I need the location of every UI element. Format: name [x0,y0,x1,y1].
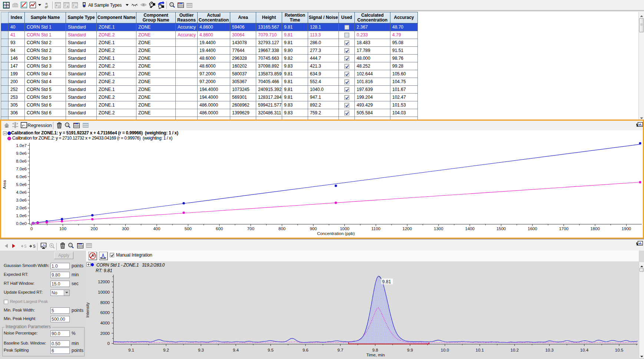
svg-text:Concentration (ppb): Concentration (ppb) [317,231,355,236]
svg-text:10.5: 10.5 [615,348,623,352]
svg-text:Intensity: Intensity [86,302,90,317]
svg-text:500: 500 [185,226,192,231]
svg-text:S: S [33,244,36,248]
svg-text:1900: 1900 [622,226,631,231]
svg-text:4000: 4000 [100,321,110,325]
svg-text:1600: 1600 [528,226,537,231]
svg-text:9.6: 9.6 [303,348,308,352]
svg-text:10.0: 10.0 [441,348,449,352]
svg-text:1300: 1300 [434,226,443,231]
svg-text:6000: 6000 [100,310,110,315]
svg-text:1500: 1500 [496,226,506,231]
svg-text:1.0e7: 1.0e7 [16,143,27,148]
svg-text:y=..: y=.. [22,124,27,127]
svg-text:9.3: 9.3 [198,348,204,352]
svg-text:9.0e6: 9.0e6 [16,151,27,156]
svg-text:σ²: σ² [45,5,48,9]
svg-text:6.0e6: 6.0e6 [16,174,27,179]
svg-text:S: S [24,244,27,248]
svg-text:a: a [75,5,77,8]
svg-text:5.0e6: 5.0e6 [16,182,27,187]
svg-text:Area: Area [2,180,7,189]
svg-text:Z: Z [73,4,75,7]
svg-text:800: 800 [278,226,285,231]
svg-text:1100: 1100 [371,226,381,231]
svg-text:8000: 8000 [100,300,110,305]
svg-text:1800: 1800 [590,226,600,231]
svg-text:A: A [56,4,57,7]
svg-text:Time, min: Time, min [366,353,385,357]
svg-text:10.3: 10.3 [545,348,554,352]
svg-text:8.0e6: 8.0e6 [16,159,27,163]
svg-text:600: 600 [216,226,223,231]
svg-text:9.7: 9.7 [337,348,343,352]
svg-text:7.0e6: 7.0e6 [16,167,27,171]
svg-text:1700: 1700 [559,226,569,231]
svg-text:Z: Z [58,5,60,8]
svg-text:10.2: 10.2 [511,348,519,352]
svg-text:1400: 1400 [465,226,475,231]
svg-text:9.5: 9.5 [268,348,274,352]
svg-text:2000: 2000 [100,331,110,336]
svg-text:10.4: 10.4 [580,348,589,352]
svg-text:9.9: 9.9 [407,348,413,352]
svg-text:0: 0 [30,226,33,231]
svg-text:10.1: 10.1 [476,348,484,352]
svg-text:9.8: 9.8 [372,348,378,352]
svg-text:1000: 1000 [340,226,350,231]
svg-text:10000: 10000 [98,290,110,294]
svg-text:200: 200 [90,226,98,231]
svg-text:900: 900 [310,226,317,231]
svg-text:12000: 12000 [98,280,110,284]
svg-text:100: 100 [59,226,66,231]
svg-text:1.0e6: 1.0e6 [16,213,27,218]
svg-text:Z: Z [64,4,66,7]
svg-text:4.0e6: 4.0e6 [16,190,27,195]
svg-text:1200: 1200 [403,226,412,231]
svg-text:400: 400 [153,226,160,231]
svg-text:A: A [67,5,69,8]
svg-text:3.0e6: 3.0e6 [16,198,27,202]
svg-text:2.0e6: 2.0e6 [16,206,27,210]
svg-text:700: 700 [247,226,254,231]
svg-text:0.0e0: 0.0e0 [16,221,27,226]
svg-text:0: 0 [108,341,110,346]
svg-text:9.1: 9.1 [128,348,134,352]
svg-text:9.4: 9.4 [233,348,239,352]
svg-text:300: 300 [122,226,129,231]
svg-text:9.81: 9.81 [382,279,391,284]
svg-text:9.2: 9.2 [163,348,169,352]
